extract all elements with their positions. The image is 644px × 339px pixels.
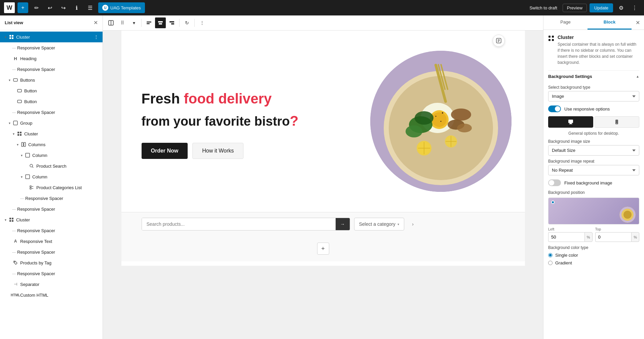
hero-subheading: from your favorite bistro? [142,113,370,129]
device-note: General options for desktop. [548,131,639,136]
sidebar-item-products-by-tag[interactable]: Products by Tag [0,257,103,268]
undo-button[interactable]: ↩ [44,2,55,13]
how-it-works-button[interactable]: How it Works [192,143,243,159]
cluster-bottom-icon [8,216,15,223]
float-ui-button[interactable] [493,35,505,47]
settings-gear-button[interactable]: ⚙ [616,2,627,13]
sidebar-item-responsive-text[interactable]: A Responsive Text [0,236,103,247]
sidebar-item-responsive-spacer-2[interactable]: — Responsive Spacer [0,64,103,75]
category-label: Select a category [359,221,395,227]
add-block-topbar-button[interactable]: + [17,2,28,13]
sidebar-item-responsive-spacer-7[interactable]: — Responsive Spacer [0,247,103,257]
order-now-button[interactable]: Order Now [142,143,188,159]
sidebar-item-product-categories[interactable]: Product Categories List [0,182,103,193]
panel-close-button[interactable]: ✕ [632,19,644,26]
svg-rect-0 [9,35,11,37]
uag-templates-button[interactable]: U UAG Templates [98,2,145,13]
bg-settings-section-header[interactable]: Background Settings ▲ [548,70,639,82]
separator-label: Separator [20,282,100,287]
toolbar-align-center-button[interactable] [155,17,166,28]
sidebar-item-cluster-inner[interactable]: Cluster [0,128,103,139]
bg-size-select[interactable]: Default Size Cover Contain Custom [548,145,639,156]
bg-repeat-select[interactable]: No Repeat Repeat Repeat-X Repeat-Y [548,165,639,175]
more-options-button[interactable]: ⋮ [629,2,640,13]
bg-size-label: Background image size [548,139,639,144]
add-block-button[interactable]: + [317,243,329,255]
sidebar-item-responsive-spacer-8[interactable]: — Responsive Spacer [0,268,103,279]
search-go-button[interactable]: → [336,218,350,230]
edit-button[interactable]: ✏ [31,2,42,13]
mobile-view-button[interactable] [595,116,640,128]
sidebar-item-column-1[interactable]: Column [0,150,103,161]
top-position-input[interactable] [595,232,632,242]
fixed-bg-toggle[interactable] [548,179,561,186]
sidebar-item-responsive-spacer-1[interactable]: — Responsive Spacer [0,42,103,53]
bg-type-select[interactable]: Image None Classic Gradient Video [548,91,639,101]
sidebar-close-button[interactable]: ✕ [93,19,98,26]
sidebar-item-cluster-top[interactable]: Cluster ⋮ [0,32,103,42]
sidebar-list: Cluster ⋮ — Responsive Spacer H Heading … [0,30,103,339]
tab-block[interactable]: Block [588,15,632,30]
desktop-view-button[interactable] [548,116,593,128]
update-button[interactable]: Update [590,3,613,12]
position-preview [548,198,639,224]
sidebar-item-responsive-spacer-3[interactable]: — Responsive Spacer [0,107,103,118]
sidebar-item-product-search[interactable]: Product Search [0,161,103,171]
left-position-input[interactable] [548,232,584,242]
svg-point-50 [457,124,472,132]
category-next-button[interactable]: › [408,219,418,229]
responsive-options-label: Use responsive options [564,107,610,112]
tab-page[interactable]: Page [543,15,588,30]
cluster-more-button[interactable]: ⋮ [92,34,100,40]
sidebar-title: List view [5,20,23,25]
search-products-input[interactable] [142,218,336,230]
category-select[interactable]: Select a category ▾ [354,218,404,230]
svg-rect-66 [570,123,572,124]
button-2-icon [16,98,23,105]
sidebar-item-custom-html[interactable]: HTML Custom HTML [0,290,103,300]
svg-rect-33 [169,21,174,23]
svg-rect-14 [26,153,30,157]
single-color-radio[interactable] [548,253,553,257]
svg-point-72 [623,211,632,219]
gradient-color-radio[interactable] [548,261,553,265]
preview-button[interactable]: Preview [563,4,587,12]
cluster-inner-label: Cluster [24,131,100,136]
food-svg [370,51,512,192]
info-button[interactable]: ℹ [71,2,82,13]
sidebar-item-responsive-spacer-6[interactable]: — Responsive Spacer [0,225,103,236]
hero-heading: Fresh food delivery [142,90,370,107]
left-label: Left [548,227,593,231]
redo-button[interactable]: ↪ [58,2,69,13]
search-wrap: → [142,218,350,230]
toolbar-drag-button[interactable]: ⠿ [117,17,128,28]
sidebar-item-group[interactable]: Group [0,118,103,128]
switch-draft-button[interactable]: Switch to draft [527,5,560,10]
heading-icon: H [12,55,19,62]
toolbar-transform-button[interactable] [106,17,116,28]
toolbar-down-button[interactable]: ▾ [128,17,139,28]
responsive-spacer-2-label: Responsive Spacer [17,67,100,72]
toolbar-more-button[interactable]: ⋮ [197,17,207,28]
responsive-spacer-4-label: Responsive Spacer [25,196,100,201]
sidebar-item-heading[interactable]: H Heading [0,53,103,64]
responsive-options-toggle[interactable] [548,105,561,112]
toolbar-change-button[interactable]: ↻ [182,17,192,28]
sidebar-item-columns[interactable]: Columns [0,139,103,150]
list-view-button[interactable]: ☰ [85,2,96,13]
toolbar-align-left-button[interactable] [144,17,154,28]
sidebar-item-separator[interactable]: ⊣ Separator [0,279,103,290]
wordpress-logo[interactable]: W [4,2,15,13]
sidebar-item-responsive-spacer-4[interactable]: — Responsive Spacer [0,193,103,204]
sidebar-item-buttons[interactable]: Buttons [0,75,103,85]
chevron-icon [3,34,8,40]
sidebar-item-button-1[interactable]: Button [0,85,103,96]
sidebar-item-button-2[interactable]: Button [0,96,103,107]
hero-section: Fresh food delivery from your favorite b… [121,31,525,212]
svg-rect-6 [17,100,22,103]
sidebar-item-column-2[interactable]: Column [0,171,103,182]
toolbar-align-right-button[interactable] [166,17,177,28]
sidebar-item-cluster-bottom[interactable]: Cluster [0,214,103,225]
sidebar-item-responsive-spacer-5[interactable]: — Responsive Spacer [0,204,103,214]
columns-label: Columns [28,142,100,147]
